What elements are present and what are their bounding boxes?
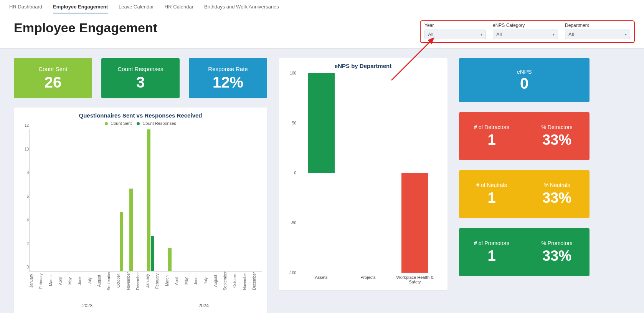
legend-dot-icon — [105, 122, 108, 125]
enps-value: 0 — [520, 75, 528, 92]
stat-value: 33% — [542, 132, 571, 148]
enps-dept-chart[interactable]: -100-50050100 — [298, 73, 438, 273]
kpi-label: Count Responses — [117, 66, 163, 72]
kpi-value: 12% — [213, 74, 243, 91]
stat-label: % Neutrals — [544, 182, 570, 188]
header: Employee Engagement Year All ▾ eNPS Cate… — [0, 13, 644, 49]
filter-enps-cat: eNPS Category All ▾ — [493, 23, 558, 39]
legend-resp: Count Responses — [142, 121, 176, 126]
kpi-response-rate: Response Rate 12% — [189, 58, 267, 98]
right-column: eNPS 0 # of Detractors 1 % Detractors 33… — [459, 58, 590, 313]
y-axis-ticks: -100-50050100 — [285, 73, 296, 273]
tab-birthdays[interactable]: Birthdays and Work Anniversaries — [204, 4, 279, 13]
enps-label: eNPS — [517, 68, 532, 75]
tab-leave-calendar[interactable]: Leave Calendar — [119, 4, 154, 13]
enps-dept-panel: eNPS by Department -100-50050100 AssetsP… — [279, 58, 447, 290]
chevron-down-icon: ▾ — [553, 32, 555, 36]
filter-dept-value: All — [568, 31, 574, 37]
filter-dept-label: Department — [565, 23, 630, 28]
tab-employee-engagement[interactable]: Employee Engagement — [53, 4, 108, 13]
kpi-label: Response Rate — [208, 66, 248, 72]
chart-bars — [30, 129, 262, 271]
stat-value: 33% — [542, 190, 571, 206]
enps-card: eNPS 0 — [459, 58, 590, 102]
detractors-card: # of Detractors 1 % Detractors 33% — [459, 112, 590, 160]
filter-year-value: All — [428, 31, 433, 37]
kpi-value: 3 — [136, 74, 145, 91]
page-title: Employee Engagement — [14, 20, 157, 35]
stat-value: 33% — [542, 248, 571, 264]
kpi-count-responses: Count Responses 3 — [101, 58, 180, 98]
sent-vs-responses-panel: Questionnaires Sent vs Responses Receive… — [14, 108, 267, 313]
stat-label: % Detractors — [542, 124, 573, 130]
stat-label: # of Neutrals — [476, 182, 507, 188]
legend-dot-icon — [137, 122, 140, 125]
stat-value: 1 — [487, 190, 495, 206]
stat-label: # of Detractors — [474, 124, 509, 130]
kpi-value: 26 — [45, 74, 62, 91]
y-axis-ticks: 024681012 — [20, 129, 29, 271]
filter-dept-select[interactable]: All ▾ — [565, 30, 630, 39]
stat-label: % Promotors — [542, 240, 573, 246]
chevron-down-icon: ▾ — [481, 32, 482, 36]
x-axis: 2023JanuaryFebruaryMarchAprilMayJuneJuly… — [29, 272, 262, 308]
filter-year: Year All ▾ — [424, 23, 486, 39]
dashboard-board: Count Sent 26 Count Responses 3 Response… — [0, 49, 644, 313]
tab-hr-calendar[interactable]: HR Calendar — [165, 4, 193, 13]
stat-value: 1 — [487, 132, 495, 148]
filter-year-label: Year — [424, 23, 486, 28]
filter-enps-cat-select[interactable]: All ▾ — [493, 30, 558, 39]
chart-bars — [298, 73, 438, 273]
filters-panel: Year All ▾ eNPS Category All ▾ Departmen… — [420, 20, 635, 43]
chart-title: Questionnaires Sent vs Responses Receive… — [19, 112, 262, 119]
kpi-row: Count Sent 26 Count Responses 3 Response… — [14, 58, 267, 98]
filter-enps-cat-label: eNPS Category — [493, 23, 558, 28]
tab-bar: HR Dashboard Employee Engagement Leave C… — [0, 0, 644, 13]
chevron-down-icon: ▾ — [625, 32, 627, 36]
filter-enps-cat-value: All — [496, 31, 502, 37]
chart-legend: Count Sent Count Responses — [19, 121, 262, 126]
stat-value: 1 — [487, 248, 495, 264]
kpi-label: Count Sent — [38, 66, 67, 72]
legend-sent: Count Sent — [111, 121, 132, 126]
kpi-count-sent: Count Sent 26 — [14, 58, 92, 98]
filter-year-select[interactable]: All ▾ — [424, 30, 486, 39]
left-column: Count Sent 26 Count Responses 3 Response… — [14, 58, 267, 313]
sent-vs-responses-chart[interactable]: 024681012 — [29, 129, 262, 272]
x-axis: AssetsProjectsWorkplace Health & Safety — [298, 275, 438, 284]
filter-dept: Department All ▾ — [565, 23, 630, 39]
promoters-card: # of Promotors 1 % Promotors 33% — [459, 228, 590, 276]
chart-title: eNPS by Department — [284, 63, 442, 69]
tab-hr-dashboard[interactable]: HR Dashboard — [9, 4, 42, 13]
stat-label: # of Promotors — [474, 240, 509, 246]
neutrals-card: # of Neutrals 1 % Neutrals 33% — [459, 170, 590, 218]
